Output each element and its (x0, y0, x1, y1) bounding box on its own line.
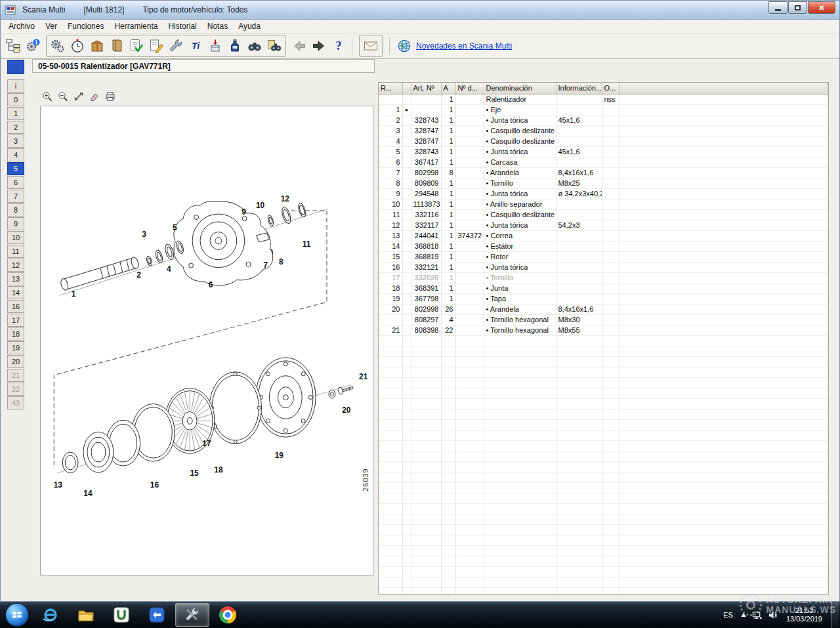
close-button[interactable] (808, 1, 835, 14)
sidebar-item[interactable]: i (7, 79, 24, 93)
table-row[interactable]: 4 328747 1 • Casquillo deslizante (379, 136, 828, 146)
part-label[interactable]: 7 (263, 261, 268, 270)
table-row[interactable]: 8 809809 1 • Tornillo M8x25 (379, 178, 828, 188)
table-row[interactable]: 17 332020 1 • Tornillo (379, 272, 828, 283)
table-row[interactable]: 20 802998 26 • Arandela 8,4x16x1,6 (379, 304, 828, 314)
minimize-button[interactable] (768, 1, 788, 14)
language-indicator[interactable]: ES (721, 610, 735, 620)
sidebar-item[interactable]: 0 (7, 93, 24, 106)
sidebar-item[interactable]: 7 (7, 190, 24, 203)
table-row[interactable]: 12 332117 1 • Junta tórica 54,2x3 (379, 220, 828, 230)
part-label[interactable]: 19 (275, 451, 284, 460)
consumables-button[interactable] (205, 36, 225, 56)
table-row-empty[interactable] (379, 545, 828, 556)
clear-selection-button[interactable] (89, 91, 100, 102)
part-label[interactable]: 21 (359, 372, 368, 381)
part-label[interactable]: 3 (142, 230, 146, 239)
taskbar-app-scania-multi[interactable] (175, 603, 209, 627)
sidebar-item[interactable]: 17 (7, 314, 24, 327)
sidebar-item[interactable]: 5 (7, 162, 24, 175)
part-label[interactable]: 5 (173, 223, 177, 232)
sidebar-item[interactable]: 12 (7, 259, 24, 272)
table-row-empty[interactable] (379, 577, 828, 587)
taskbar-app-utility[interactable] (104, 603, 138, 627)
col-header-art[interactable]: Art. Nº (411, 83, 441, 94)
sidebar-item[interactable]: 6 (7, 176, 24, 189)
table-row[interactable]: 7 802998 8 • Arandela 8,4x16x1,6 (379, 167, 828, 178)
table-row-empty[interactable] (379, 514, 828, 524)
col-header-info[interactable]: Información... (556, 83, 602, 94)
col-header-den[interactable]: Denominación (484, 83, 556, 94)
mail-button[interactable] (361, 36, 381, 56)
table-row[interactable]: 5 328743 1 • Junta tórica 45x1,6 (379, 146, 828, 157)
titlebar[interactable]: Scania Multi [Multi 1812] Tipo de motor/… (1, 1, 839, 20)
menu-item[interactable]: Historial (163, 20, 201, 32)
sidebar-item[interactable]: 2 (7, 121, 24, 134)
part-label[interactable]: 18 (214, 465, 223, 474)
table-row[interactable]: 19 367798 1 • Tapa (379, 293, 828, 304)
standard-time-button[interactable] (68, 36, 87, 56)
sidebar-item[interactable]: 43 (7, 396, 24, 409)
search-button[interactable] (245, 36, 264, 56)
table-row[interactable]: 10 1113873 1 • Anillo separador (379, 199, 828, 209)
table-row[interactable]: 18 368391 1 • Junta (379, 283, 828, 293)
part-label[interactable]: 12 (281, 194, 290, 203)
start-button[interactable] (5, 603, 29, 627)
table-row-empty[interactable] (379, 430, 828, 440)
menu-item[interactable]: Ver (40, 20, 62, 32)
sidebar-item[interactable]: 4 (7, 148, 24, 161)
sidebar-item[interactable]: 20 (7, 355, 24, 368)
table-row[interactable]: 21 808398 22 • Tornillo hexagonal M8x55 (379, 325, 828, 335)
table-row[interactable]: 11 332116 1 • Casquillo deslizante (379, 209, 828, 220)
table-row[interactable]: 14 368818 1 • Estátor (379, 241, 828, 251)
clock[interactable]: 21:53 13/03/2019 (784, 606, 825, 623)
sidebar-item[interactable]: 1 (7, 107, 24, 120)
tools-button[interactable] (166, 36, 186, 56)
part-label[interactable]: 14 (83, 489, 93, 498)
parts-button[interactable] (48, 36, 68, 56)
table-row-empty[interactable] (379, 440, 828, 451)
part-label[interactable]: 11 (303, 240, 311, 249)
sidebar-item[interactable]: 19 (7, 341, 24, 354)
table-row-empty[interactable] (379, 377, 828, 388)
table-row-empty[interactable] (379, 482, 828, 493)
table-row[interactable]: 9 294548 1 • Junta tórica ø 34,2x3x40,2 (379, 188, 828, 199)
technical-info-button[interactable]: Ti (186, 36, 205, 56)
sidebar-item[interactable]: 10 (7, 231, 24, 244)
col-header-icon[interactable] (402, 83, 411, 94)
print-button[interactable] (104, 91, 116, 102)
package-button[interactable] (87, 36, 107, 56)
menu-item[interactable]: Archivo (3, 20, 40, 32)
oil-button[interactable] (225, 36, 245, 56)
sidebar-item[interactable]: 22 (7, 383, 24, 396)
table-row-empty[interactable] (379, 388, 828, 398)
table-row-empty[interactable] (379, 503, 828, 514)
zoom-in-button[interactable] (41, 91, 52, 102)
table-row-empty[interactable] (379, 535, 828, 545)
notes-button[interactable] (146, 36, 166, 56)
diagram-canvas[interactable]: 12345678910111213141516171819202126039 (40, 106, 373, 576)
manual-button[interactable] (107, 36, 127, 56)
nav-tree-button[interactable] (3, 36, 23, 56)
part-label[interactable]: 10 (256, 201, 265, 210)
search-parts-button[interactable] (264, 36, 284, 56)
table-row-empty[interactable] (379, 409, 828, 419)
sidebar-item[interactable]: 11 (7, 245, 24, 258)
unit-info-button[interactable] (23, 36, 43, 56)
table-row-empty[interactable] (379, 335, 828, 346)
taskbar-app-file-explorer[interactable] (69, 603, 103, 627)
tray-expand-icon[interactable] (741, 613, 746, 617)
table-row[interactable]: 13 244041 1 374372 • Correa (379, 230, 828, 241)
taskbar-app-internet-explorer[interactable] (33, 603, 68, 627)
table-row[interactable]: 1 ● 1 • Eje (379, 104, 828, 115)
part-label[interactable]: 4 (167, 264, 171, 274)
table-row-empty[interactable] (379, 419, 828, 430)
table-row-empty[interactable] (379, 472, 828, 482)
table-row-empty[interactable] (379, 556, 828, 566)
back-button[interactable] (289, 36, 309, 56)
menu-item[interactable]: Notas (202, 20, 233, 32)
sidebar-item[interactable]: 14 (7, 286, 24, 299)
table-row-empty[interactable] (379, 367, 828, 377)
table-row[interactable]: 3 328747 1 • Casquillo deslizante (379, 125, 828, 136)
table-row-empty[interactable] (379, 493, 828, 503)
